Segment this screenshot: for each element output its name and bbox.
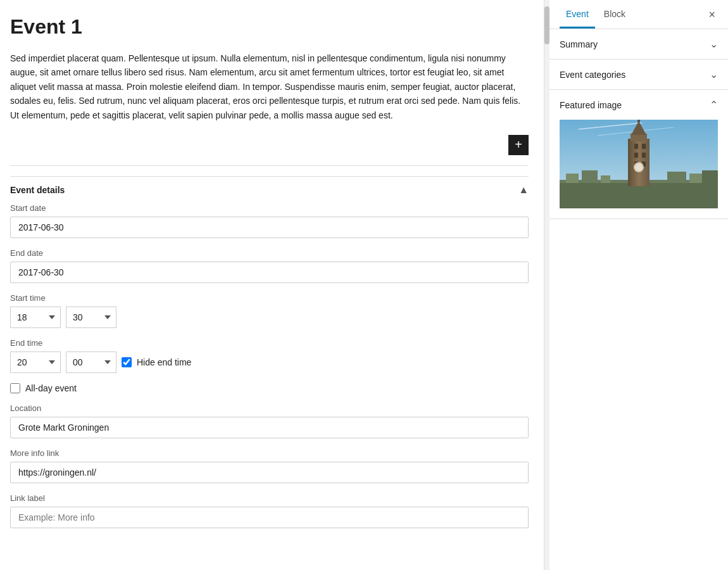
start-time-row: 18 00010203 04050607 08091011 12131415 1… [10,307,529,328]
summary-section: Summary ⌄ [549,29,728,60]
summary-label: Summary [560,39,598,49]
event-details-header[interactable]: Event details ▲ [10,176,529,203]
end-date-label: End date [10,248,529,258]
main-content: Event 1 Sed imperdiet placerat quam. Pel… [0,0,544,570]
start-hour-select[interactable]: 18 00010203 04050607 08091011 12131415 1… [10,307,61,328]
svg-rect-8 [667,172,686,183]
svg-rect-13 [642,144,646,149]
body-text: Sed imperdiet placerat quam. Pellentesqu… [10,51,529,122]
svg-rect-15 [642,153,646,158]
summary-header[interactable]: Summary ⌄ [549,29,728,59]
svg-rect-4 [560,183,718,208]
link-label-label: Link label [10,493,529,503]
sidebar: Event Block × Summary ⌄ Event categories… [549,0,728,570]
sidebar-tabs: Event Block × [549,0,728,29]
sidebar-close-button[interactable]: × [706,6,718,23]
more-info-label: More info link [10,448,529,458]
all-day-checkbox[interactable] [10,383,20,393]
section-divider [10,165,529,166]
svg-rect-6 [582,170,598,183]
main-scrollbar[interactable] [544,0,549,570]
start-time-label: Start time [10,293,529,303]
summary-chevron-icon: ⌄ [710,38,718,50]
end-date-input[interactable] [10,262,529,283]
collapse-icon: ▲ [518,184,529,196]
add-block-container: + [10,135,529,155]
featured-image-svg [560,120,718,208]
location-label: Location [10,403,529,413]
featured-image-header[interactable]: Featured image ⌃ [549,90,728,120]
more-info-input[interactable] [10,462,529,483]
svg-point-22 [635,163,643,171]
end-hour-select[interactable]: 00010203 04050607 08091011 12131415 1617… [10,352,61,373]
location-group: Location [10,403,529,438]
event-details-section: Event details ▲ Start date End date Star… [10,176,529,538]
link-label-input[interactable] [10,507,529,528]
start-minute-select[interactable]: 00153045 [66,307,116,328]
all-day-label: All-day event [25,383,77,393]
tab-event[interactable]: Event [560,0,595,28]
end-time-row: 00010203 04050607 08091011 12131415 1617… [10,352,529,373]
featured-image[interactable] [560,120,718,208]
hide-end-time-row: Hide end time [122,357,191,367]
featured-image-label: Featured image [560,100,622,110]
svg-rect-14 [634,153,638,158]
start-date-input[interactable] [10,217,529,238]
svg-rect-12 [634,144,638,149]
svg-rect-20 [637,120,640,122]
end-time-label: End time [10,338,529,348]
end-date-group: End date [10,248,529,283]
more-info-group: More info link [10,448,529,483]
tab-block[interactable]: Block [598,0,632,28]
location-input[interactable] [10,417,529,438]
end-minute-select[interactable]: 00153045 [66,352,116,373]
start-time-group: Start time 18 00010203 04050607 08091011… [10,293,529,328]
event-categories-header[interactable]: Event categories ⌄ [549,60,728,89]
featured-image-chevron-icon: ⌃ [710,99,718,111]
featured-image-section: Featured image ⌃ [549,90,728,219]
event-categories-section: Event categories ⌄ [549,60,728,90]
event-details-title: Event details [10,185,65,195]
event-categories-chevron-icon: ⌄ [710,68,718,80]
event-categories-label: Event categories [560,70,625,80]
svg-rect-10 [702,170,718,183]
add-block-button[interactable]: + [508,135,529,155]
start-date-label: Start date [10,203,529,213]
link-label-group: Link label [10,493,529,528]
featured-image-content [549,120,728,218]
svg-rect-5 [566,174,579,183]
svg-rect-9 [689,174,702,183]
hide-end-time-checkbox[interactable] [122,357,132,367]
scrollbar-thumb[interactable] [544,6,549,44]
svg-rect-7 [601,175,610,183]
start-date-group: Start date [10,203,529,238]
all-day-row: All-day event [10,383,529,393]
end-time-group: End time 00010203 04050607 08091011 1213… [10,338,529,373]
page-title: Event 1 [10,15,529,39]
hide-end-time-label: Hide end time [137,357,191,367]
